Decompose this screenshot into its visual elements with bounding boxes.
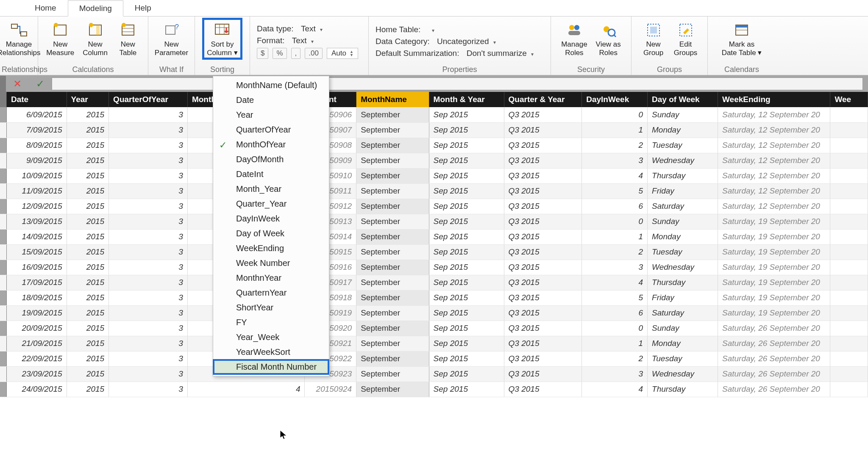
table-row[interactable]: 8/09/201520153820150908SeptemberSep 2015… bbox=[0, 138, 868, 153]
new-column-button[interactable]: New Column bbox=[79, 19, 111, 58]
svg-point-10 bbox=[122, 23, 126, 27]
data-category-dropdown[interactable]: Data Category: Uncategorized bbox=[376, 37, 534, 46]
new-measure-button[interactable]: New Measure bbox=[43, 19, 78, 58]
new-group-icon bbox=[644, 21, 663, 39]
data-grid[interactable]: DateYearQuarterOfYearMonthOfYearDateIntM… bbox=[0, 92, 868, 397]
sort-menu-item[interactable]: MonthnYear bbox=[213, 271, 329, 285]
table-row[interactable]: 13/09/201520153320150913SeptemberSep 201… bbox=[0, 214, 868, 229]
sort-menu-item[interactable]: Year_Week bbox=[213, 330, 329, 345]
svg-point-17 bbox=[569, 25, 574, 30]
new-parameter-button[interactable]: ? New Parameter bbox=[151, 19, 192, 58]
column-header[interactable]: Day of Week bbox=[648, 92, 718, 107]
group-label-groups: Groups bbox=[633, 64, 706, 75]
manage-relationships-button[interactable]: Manage Relationships bbox=[2, 19, 36, 58]
sort-menu-item[interactable]: DateInt bbox=[213, 167, 329, 182]
table-row[interactable]: 14/09/201520153420150914SeptemberSep 201… bbox=[0, 229, 868, 244]
sort-menu-item[interactable]: YearWeekSort bbox=[213, 345, 329, 360]
row-handle bbox=[0, 76, 6, 92]
group-label-whatif: What If bbox=[150, 64, 193, 75]
column-header[interactable]: Wee bbox=[830, 92, 868, 107]
table-row[interactable]: 18/09/201520153820150918SeptemberSep 201… bbox=[0, 290, 868, 305]
svg-rect-19 bbox=[568, 31, 580, 35]
table-row[interactable]: 19/09/201520153920150919SeptemberSep 201… bbox=[0, 305, 868, 321]
formula-bar: ✕ ✓ bbox=[0, 76, 868, 92]
sort-menu-item[interactable]: Day of Week bbox=[213, 226, 329, 241]
sort-menu-item[interactable]: Quarter_Year bbox=[213, 196, 329, 211]
sort-menu-item[interactable]: DayOfMonth bbox=[213, 152, 329, 167]
chevron-down-icon: ▾ bbox=[234, 49, 238, 57]
check-icon: ✓ bbox=[219, 140, 227, 151]
column-header[interactable]: Quarter & Year bbox=[504, 92, 582, 107]
table-row[interactable]: 7/09/201520153720150907SeptemberSep 2015… bbox=[0, 122, 868, 138]
tab-modeling[interactable]: Modeling bbox=[68, 0, 123, 17]
sort-menu-item[interactable]: Month_Year bbox=[213, 182, 329, 196]
sort-menu-item[interactable]: Fiscal Month Number bbox=[213, 360, 329, 374]
group-label-properties: Properties bbox=[370, 64, 549, 75]
sort-menu-item[interactable]: Date bbox=[213, 93, 329, 108]
currency-button[interactable]: $ bbox=[257, 48, 268, 59]
sort-by-column-button[interactable]: Sort by Column ▾ bbox=[203, 19, 241, 58]
default-summarization-dropdown[interactable]: Default Summarization: Don't summarize bbox=[376, 49, 534, 58]
table-row[interactable]: 10/09/201520153020150910SeptemberSep 201… bbox=[0, 168, 868, 183]
table-row[interactable]: 21/09/201520153120150921SeptemberSep 201… bbox=[0, 336, 868, 351]
commit-formula-button[interactable]: ✓ bbox=[29, 78, 52, 90]
manage-roles-button[interactable]: Manage Roles bbox=[558, 19, 590, 58]
group-label-relationships: Relationships bbox=[2, 64, 36, 75]
sort-menu-item[interactable]: QuarternYear bbox=[213, 285, 329, 300]
column-header[interactable]: DayInWeek bbox=[582, 92, 648, 107]
tab-home[interactable]: Home bbox=[23, 0, 68, 16]
column-header[interactable]: Date bbox=[6, 92, 67, 107]
data-type-dropdown[interactable]: Data type: Text bbox=[257, 24, 358, 33]
sort-menu-item[interactable]: Week Number bbox=[213, 256, 329, 271]
column-header[interactable]: WeekEnding bbox=[718, 92, 830, 107]
column-header[interactable]: MonthName bbox=[356, 92, 429, 107]
percent-button[interactable]: % bbox=[273, 48, 287, 59]
comma-button[interactable]: , bbox=[291, 48, 301, 59]
ribbon-tabs: Home Modeling Help bbox=[0, 0, 868, 17]
table-row[interactable]: 24/09/201520153420150924SeptemberSep 201… bbox=[0, 382, 868, 397]
sort-by-column-menu[interactable]: MonthName (Default)DateYearQuarterOfYear… bbox=[213, 76, 329, 376]
mark-as-date-table-button[interactable]: Mark as Date Table ▾ bbox=[718, 19, 765, 58]
cancel-formula-button[interactable]: ✕ bbox=[6, 78, 29, 90]
tab-help[interactable]: Help bbox=[123, 0, 163, 16]
sort-menu-item[interactable]: MonthName (Default) bbox=[213, 78, 329, 93]
view-as-roles-button[interactable]: View as Roles bbox=[593, 19, 624, 58]
column-header[interactable]: QuarterOfYear bbox=[109, 92, 188, 107]
edit-groups-icon bbox=[676, 21, 695, 39]
column-header[interactable]: Month & Year bbox=[429, 92, 504, 107]
svg-rect-5 bbox=[96, 25, 100, 35]
svg-text:?: ? bbox=[175, 23, 179, 30]
table-row[interactable]: 17/09/201520153720150917SeptemberSep 201… bbox=[0, 275, 868, 290]
table-row[interactable]: 11/09/201520153120150911SeptemberSep 201… bbox=[0, 183, 868, 199]
view-as-icon bbox=[599, 21, 618, 39]
group-label-calendars: Calendars bbox=[709, 64, 774, 75]
decimal-button[interactable]: .00 bbox=[305, 48, 323, 59]
table-row[interactable]: 15/09/201520153520150915SeptemberSep 201… bbox=[0, 244, 868, 260]
table-row[interactable]: 20/09/201520153020150920SeptemberSep 201… bbox=[0, 321, 868, 336]
sort-menu-item[interactable]: QuarterOfYear bbox=[213, 122, 329, 137]
sort-menu-item[interactable]: FY bbox=[213, 315, 329, 330]
edit-groups-button[interactable]: Edit Groups bbox=[670, 19, 701, 58]
column-header[interactable]: Year bbox=[67, 92, 109, 107]
mouse-cursor-icon bbox=[280, 430, 287, 440]
table-row[interactable]: 22/09/201520153220150922SeptemberSep 201… bbox=[0, 351, 868, 366]
table-row[interactable]: 16/09/201520153620150916SeptemberSep 201… bbox=[0, 260, 868, 275]
table-row[interactable]: 9/09/201520153920150909SeptemberSep 2015… bbox=[0, 153, 868, 168]
sort-menu-item[interactable]: ShortYear bbox=[213, 300, 329, 315]
parameter-icon: ? bbox=[162, 21, 181, 39]
sort-menu-item[interactable]: ✓MonthOfYear bbox=[213, 137, 329, 152]
home-table-dropdown[interactable]: Home Table: bbox=[376, 25, 534, 34]
sort-menu-item[interactable]: DayInWeek bbox=[213, 211, 329, 226]
sort-menu-item[interactable]: WeekEnding bbox=[213, 241, 329, 256]
table-row[interactable]: 12/09/201520153220150912SeptemberSep 201… bbox=[0, 199, 868, 214]
formula-input[interactable] bbox=[52, 77, 863, 90]
table-row[interactable]: 6/09/201520153620150906SeptemberSep 2015… bbox=[0, 107, 868, 122]
relationships-icon bbox=[10, 21, 28, 39]
format-dropdown[interactable]: Format: Text bbox=[257, 36, 358, 45]
svg-rect-27 bbox=[736, 25, 748, 28]
sort-menu-item[interactable]: Year bbox=[213, 108, 329, 122]
decimal-places-spinner[interactable]: Auto▲▼ bbox=[327, 48, 358, 59]
new-group-button[interactable]: New Group bbox=[638, 19, 669, 58]
table-row[interactable]: 23/09/201520153320150923SeptemberSep 201… bbox=[0, 366, 868, 382]
new-table-button[interactable]: New Table bbox=[113, 19, 143, 58]
